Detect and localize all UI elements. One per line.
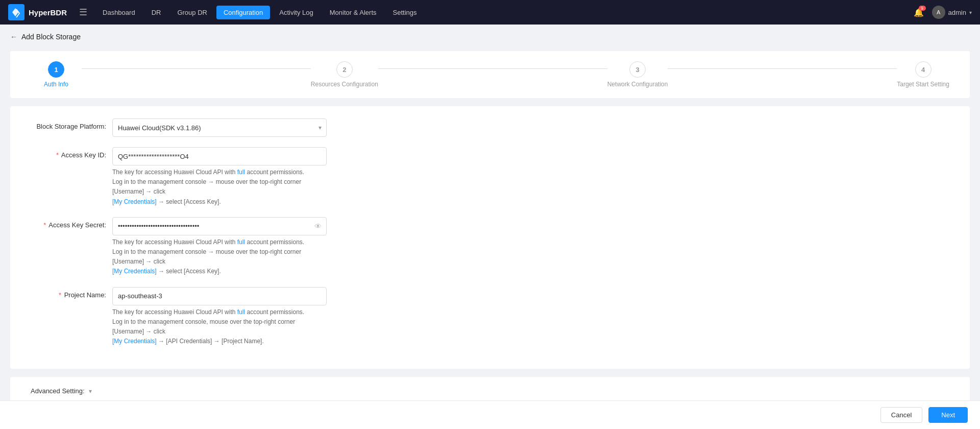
full-link-2[interactable]: full [237, 239, 245, 246]
notification-count: 9 [919, 6, 926, 11]
stepper: 1 Auth Info 2 Resources Configuration 3 … [31, 61, 949, 88]
access-key-id-input[interactable] [112, 147, 327, 165]
nav-monitor-alerts[interactable]: Monitor & Alerts [323, 6, 384, 19]
page-title: Add Block Storage [21, 33, 81, 41]
admin-label: admin [948, 9, 966, 16]
access-key-id-label: * Access Key ID: [31, 147, 112, 159]
block-storage-platform-select-wrap: Huawei Cloud(SDK v3.1.86) [112, 118, 327, 137]
access-key-id-help: The key for accessing Huawei Cloud API w… [112, 168, 327, 207]
cancel-button[interactable]: Cancel [880, 407, 922, 423]
step-3: 3 Network Configuration [607, 61, 668, 88]
next-button[interactable]: Next [928, 407, 968, 423]
step-connector-1-2 [82, 68, 311, 69]
my-credentials-link-3[interactable]: [My Credentials] [112, 338, 157, 345]
step-2: 2 Resources Configuration [311, 61, 378, 88]
project-name-group: * Project Name: The key for accessing Hu… [31, 287, 949, 347]
footer-bar: Cancel Next [0, 400, 980, 429]
my-credentials-link-2[interactable]: [My Credentials] [112, 268, 157, 275]
access-key-secret-input[interactable] [112, 217, 327, 235]
chevron-down-icon: ▾ [969, 10, 972, 15]
nav-configuration[interactable]: Configuration [216, 6, 270, 19]
my-credentials-link-1[interactable]: [My Credentials] [112, 198, 157, 205]
top-navigation: HyperBDR ☰ Dashboard DR Group DR Configu… [0, 0, 980, 25]
access-key-secret-help: The key for accessing Huawei Cloud API w… [112, 237, 327, 277]
required-star-2: * [43, 221, 46, 229]
notification-bell[interactable]: 🔔 9 [914, 8, 924, 17]
step-2-circle: 2 [336, 61, 353, 78]
access-key-id-control: The key for accessing Huawei Cloud API w… [112, 147, 327, 207]
full-link-1[interactable]: full [237, 169, 245, 176]
access-key-id-group: * Access Key ID: The key for accessing H… [31, 147, 949, 207]
project-name-label: * Project Name: [31, 287, 112, 299]
nav-right: 🔔 9 A admin ▾ [914, 6, 972, 19]
stepper-container: 1 Auth Info 2 Resources Configuration 3 … [10, 51, 970, 98]
access-key-secret-control: 👁 The key for accessing Huawei Cloud API… [112, 217, 327, 277]
advanced-chevron-icon: ▾ [89, 388, 92, 395]
access-key-id-row: * Access Key ID: The key for accessing H… [31, 147, 949, 207]
step-connector-3-4 [668, 68, 897, 69]
hyperbdr-logo [8, 4, 24, 20]
logo-area[interactable]: HyperBDR [8, 4, 67, 20]
eye-icon[interactable]: 👁 [314, 222, 322, 230]
access-key-secret-group: * Access Key Secret: 👁 The key for acces… [31, 217, 949, 277]
required-star: * [56, 151, 59, 159]
block-storage-platform-select[interactable]: Huawei Cloud(SDK v3.1.86) [112, 118, 327, 137]
step-4-label: Target Start Setting [897, 81, 949, 88]
project-name-input[interactable] [112, 287, 327, 305]
advanced-setting-header[interactable]: Advanced Setting: ▾ [31, 387, 949, 395]
nav-activity-log[interactable]: Activity Log [272, 6, 320, 19]
page-header: ← Add Block Storage [10, 33, 970, 41]
step-3-label: Network Configuration [607, 81, 668, 88]
hamburger-menu[interactable]: ☰ [79, 7, 87, 18]
step-1-label: Auth Info [44, 81, 68, 88]
step-1: 1 Auth Info [31, 61, 82, 88]
required-star-3: * [59, 291, 61, 299]
nav-menu: Dashboard DR Group DR Configuration Acti… [95, 6, 914, 19]
page-wrapper: ← Add Block Storage 1 Auth Info 2 Resour… [0, 25, 980, 429]
step-4: 4 Target Start Setting [897, 61, 949, 88]
access-key-secret-row: * Access Key Secret: 👁 The key for acces… [31, 217, 949, 277]
project-name-control: The key for accessing Huawei Cloud API w… [112, 287, 327, 347]
advanced-setting-label: Advanced Setting: [31, 387, 85, 395]
user-menu[interactable]: A admin ▾ [932, 6, 972, 19]
nav-dashboard[interactable]: Dashboard [95, 6, 142, 19]
auth-info-form: Block Storage Platform: Huawei Cloud(SDK… [10, 106, 970, 369]
access-key-secret-label: * Access Key Secret: [31, 217, 112, 229]
block-storage-platform-group: Block Storage Platform: Huawei Cloud(SDK… [31, 118, 949, 137]
project-name-help: The key for accessing Huawei Cloud API w… [112, 307, 327, 347]
app-name: HyperBDR [29, 8, 67, 17]
step-connector-2-3 [378, 68, 607, 69]
step-3-circle: 3 [629, 61, 646, 78]
nav-dr[interactable]: DR [144, 6, 168, 19]
avatar: A [932, 6, 945, 19]
nav-group-dr[interactable]: Group DR [170, 6, 214, 19]
block-storage-platform-label: Block Storage Platform: [31, 118, 112, 130]
full-link-3[interactable]: full [237, 308, 245, 316]
step-1-circle: 1 [48, 61, 64, 78]
block-storage-platform-control: Huawei Cloud(SDK v3.1.86) [112, 118, 327, 137]
back-button[interactable]: ← [10, 33, 17, 41]
step-2-label: Resources Configuration [311, 81, 378, 88]
block-storage-platform-row: Block Storage Platform: Huawei Cloud(SDK… [31, 118, 949, 137]
step-4-circle: 4 [915, 61, 932, 78]
nav-settings[interactable]: Settings [386, 6, 424, 19]
password-wrap: 👁 [112, 217, 327, 235]
project-name-row: * Project Name: The key for accessing Hu… [31, 287, 949, 347]
